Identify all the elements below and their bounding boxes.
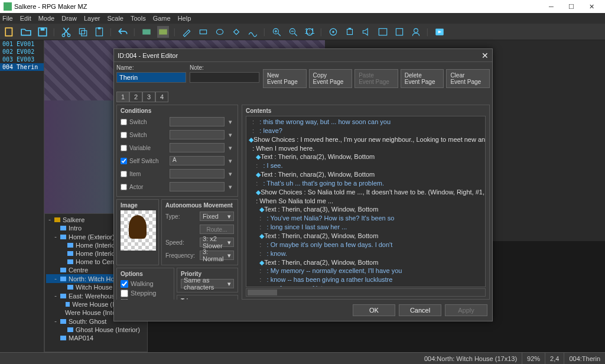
menu-edit[interactable]: Edit [20,15,31,22]
event-command[interactable]: ◆Text : Therin, chara(2), Window, Bottom [249,232,483,240]
delete-page-button[interactable]: DeleteEvent Page [401,69,444,88]
condition-value[interactable] [170,143,225,152]
event-mode-icon[interactable] [157,26,169,38]
dialog-close-icon[interactable]: ✕ [482,51,489,60]
menu-draw[interactable]: Draw [61,15,77,22]
event-command[interactable]: ◆Show Choices : So Nalia told me ..., It… [249,188,483,197]
event-command[interactable]: : : know -- has been giving a rather luc… [249,275,483,284]
event-search-icon[interactable] [377,26,389,38]
condition-value[interactable] [170,117,225,126]
events-list[interactable]: 001 EV001002 EV002003 EV003004 Therin [0,40,44,352]
menu-mode[interactable]: Mode [38,15,55,22]
apply-button[interactable]: Apply [445,304,487,316]
pencil-icon[interactable] [181,26,193,38]
priority-select[interactable]: Same as characters▾ [181,279,234,288]
actual-size-icon[interactable]: 1:1 [304,26,315,38]
copy-icon[interactable] [77,26,89,38]
freq-select[interactable]: 3: Normal▾ [200,251,234,260]
horizontal-scrollbar[interactable] [246,288,486,297]
database-icon[interactable] [327,26,339,38]
condition-checkbox[interactable] [121,145,127,151]
undo-icon[interactable] [117,26,129,38]
minimize-button[interactable]: ─ [541,3,561,10]
event-command[interactable]: : : this the wrong way, but ... how soon… [249,118,483,126]
save-icon[interactable] [37,26,48,38]
zoom-in-icon[interactable] [271,26,282,38]
menu-scale[interactable]: Scale [107,15,123,22]
event-command[interactable]: ◆Text : Therin, chara(2), Window, Bottom [249,258,483,267]
event-command[interactable]: ◆Text : Therin, chara(2), Window, Bottom [249,152,483,161]
event-command[interactable]: : : You've met Nalia? How is she? It's b… [249,214,483,223]
contents-list[interactable]: : : this the wrong way, but ... how soon… [246,116,486,287]
menu-tools[interactable]: Tools [131,15,146,22]
event-command[interactable]: : : know. [249,249,483,258]
dialog-titlebar[interactable]: ID:004 - Event Editor ✕ [114,49,492,62]
menu-game[interactable]: Game [153,15,171,22]
tree-item[interactable]: MAP014 [46,334,146,342]
option-checkbox[interactable] [121,299,128,300]
condition-checkbox[interactable] [121,184,127,190]
condition-checkbox[interactable] [121,158,127,164]
name-input[interactable] [116,72,186,83]
event-command[interactable]: ◆Show Choices : I moved here., I'm your … [249,135,483,144]
page-tab-4[interactable]: 4 [155,92,168,102]
event-command[interactable]: : : My memory -- normally excellent, I'l… [249,266,483,275]
page-tab-3[interactable]: 3 [142,92,155,102]
character-image[interactable] [121,210,156,251]
cut-icon[interactable] [60,26,72,38]
condition-value[interactable] [170,182,225,191]
option-checkbox[interactable] [121,280,128,288]
event-command[interactable]: : : performance of late. [249,284,483,287]
event-command[interactable]: ◆Text : Therin, chara(3), Window, Bottom [249,205,483,214]
event-item[interactable]: 001 EV001 [0,40,44,48]
page-tab-2[interactable]: 2 [129,92,142,102]
event-item[interactable]: 002 EV002 [0,48,44,56]
shadow-pen-icon[interactable] [247,26,259,38]
type-select[interactable]: Fixed▾ [200,212,234,221]
clear-page-button[interactable]: ClearEvent Page [446,69,490,88]
menu-layer[interactable]: Layer [84,15,100,22]
zoom-out-icon[interactable] [287,26,299,38]
condition-checkbox[interactable] [121,132,127,138]
event-command[interactable]: : : I see. [249,161,483,170]
page-tab-1[interactable]: 1 [116,92,129,102]
condition-value[interactable] [170,169,225,178]
open-project-icon[interactable] [20,26,32,38]
condition-checkbox[interactable] [121,171,127,177]
character-gen-icon[interactable] [410,26,422,38]
option-checkbox[interactable] [121,290,128,297]
event-command[interactable]: : When I moved here. [249,144,483,153]
tree-item[interactable]: Ghost House (Interior) [46,326,146,334]
close-button[interactable]: ✕ [581,3,601,11]
map-mode-icon[interactable] [141,26,152,38]
rectangle-icon[interactable] [197,26,209,38]
note-input[interactable] [190,72,259,83]
event-command[interactable]: : : That's uh ... that's going to be a p… [249,179,483,188]
menu-file[interactable]: File [2,15,13,22]
event-item[interactable]: 004 Therin [0,63,44,71]
new-page-button[interactable]: NewEvent Page [263,69,307,88]
copy-page-button[interactable]: CopyEvent Page [309,69,353,88]
playtest-icon[interactable] [434,26,445,38]
event-command[interactable]: : : Or maybe it's only been a few days. … [249,240,483,249]
resource-icon[interactable] [393,26,405,38]
menu-help[interactable]: Help [178,15,191,22]
condition-value[interactable] [170,130,225,139]
ellipse-icon[interactable] [214,26,226,38]
sound-test-icon[interactable] [360,26,372,38]
event-command[interactable]: ◆Text : Therin, chara(2), Window, Bottom [249,170,483,179]
condition-checkbox[interactable] [121,119,127,125]
flood-fill-icon[interactable] [230,26,242,38]
condition-value[interactable]: A [170,156,225,165]
event-item[interactable]: 003 EV003 [0,56,44,63]
event-command[interactable]: : : long since I last saw her ... [249,223,483,232]
event-command[interactable]: : : leave? [249,126,483,135]
ok-button[interactable]: OK [353,304,395,316]
event-command[interactable]: : When So Nalia told me ... [249,197,483,206]
paste-icon[interactable] [93,26,105,38]
cancel-button[interactable]: Cancel [399,304,441,316]
plugin-icon[interactable] [344,26,356,38]
speed-select[interactable]: 3: x2 Slower▾ [200,238,234,247]
maximize-button[interactable]: ☐ [561,3,581,11]
new-project-icon[interactable] [4,26,15,38]
